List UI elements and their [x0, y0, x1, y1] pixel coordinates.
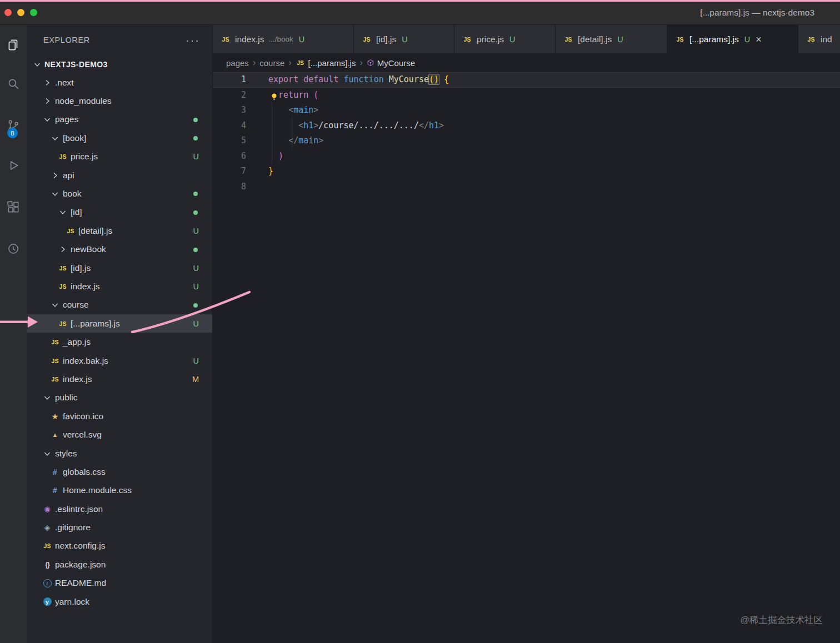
tree-item-label: course [63, 300, 89, 310]
chevron-down-icon [50, 300, 60, 310]
tree-file-[detail].js[interactable]: JS[detail].jsU [27, 222, 212, 240]
breadcrumb-item-pages[interactable]: pages [226, 58, 249, 68]
tree-file-index.bak.js[interactable]: JSindex.bak.jsU [27, 351, 212, 370]
tree-file-.eslintrc.json[interactable]: ◉.eslintrc.json [27, 500, 212, 518]
run-debug-icon[interactable] [1, 158, 26, 173]
code-line-1[interactable]: 1export default function MyCourse() { [213, 72, 840, 88]
minimize-window-button[interactable] [17, 9, 24, 16]
explorer-icon[interactable] [1, 37, 26, 53]
tree-file-.gitignore[interactable]: ◈.gitignore [27, 518, 212, 536]
symbol-cube-icon [367, 59, 374, 67]
tree-item-label: Home.module.css [63, 485, 132, 495]
tree-folder-book[interactable]: book [27, 184, 212, 203]
tree-file-price.js[interactable]: JSprice.jsU [27, 148, 212, 166]
tree-item-label: favicon.ico [63, 411, 103, 421]
tree-file-_app.js[interactable]: JS_app.js [27, 333, 212, 351]
tree-folder-public[interactable]: public [27, 389, 212, 407]
code-line-7[interactable]: 7} [213, 164, 840, 179]
tree-item-label: [detail].js [78, 226, 112, 236]
line-number: 8 [213, 179, 246, 195]
breadcrumb-item-[...params].js[interactable]: JS[...params].js [296, 58, 356, 68]
tree-folder-pages[interactable]: pages [27, 110, 212, 129]
tree-file-[id].js[interactable]: JS[id].jsU [27, 259, 212, 277]
git-status-badge: U [509, 35, 515, 44]
tab-label: [id].js [376, 34, 396, 44]
js-file-icon: JS [50, 337, 60, 347]
zoom-window-button[interactable] [30, 9, 37, 16]
tree-file-vercel.svg[interactable]: ▲vercel.svg [27, 425, 212, 444]
tab-index.js[interactable]: JSindex.js.../bookU [213, 25, 354, 53]
breadcrumb-item-course[interactable]: course [259, 58, 284, 68]
chevron-right-icon [42, 96, 52, 106]
js-file-icon: JS [66, 226, 76, 236]
tree-file-package.json[interactable]: {}package.json [27, 555, 212, 574]
tree-folder-styles[interactable]: styles [27, 444, 212, 463]
code-line-2[interactable]: 2 return ( [213, 88, 840, 103]
code-line-6[interactable]: 6 ) [213, 149, 840, 164]
code-line-3[interactable]: 3 <main> [213, 103, 840, 118]
git-status-badge: U [299, 35, 304, 44]
explorer-header: EXPLORER [27, 25, 212, 55]
git-status-badge: U [193, 282, 199, 291]
tree-file-index.js[interactable]: JSindex.jsM [27, 370, 212, 388]
tree-folder-newBook[interactable]: newBook [27, 240, 212, 259]
line-number: 5 [213, 133, 246, 149]
tree-item-label: index.bak.js [63, 356, 108, 366]
js-file-icon: JS [58, 263, 68, 273]
chevron-down-icon [58, 207, 68, 217]
chevron-down-icon [50, 133, 60, 143]
tree-item-label: pages [55, 114, 78, 124]
tree-file-next.config.js[interactable]: JSnext.config.js [27, 537, 212, 555]
js-file-icon: JS [806, 34, 816, 44]
editor-group: JSindex.js.../bookUJS[id].jsUJSprice.jsU… [213, 25, 840, 643]
code-line-5[interactable]: 5 </main> [213, 133, 840, 149]
code-line-text: ) [246, 149, 283, 164]
activity-bar: 8 [0, 25, 27, 643]
search-icon[interactable] [1, 76, 26, 92]
tree-file-index.js[interactable]: JSindex.jsU [27, 277, 212, 295]
tab-[detail].js[interactable]: JS[detail].jsU [556, 25, 667, 53]
tree-folder-api[interactable]: api [27, 166, 212, 184]
tree-file-favicon.ico[interactable]: ★favicon.ico [27, 407, 212, 425]
chevron-down-icon [32, 59, 42, 69]
yarn-icon: y [42, 597, 52, 607]
git-modified-dot [193, 303, 198, 308]
breadcrumb-item-MyCourse[interactable]: MyCourse [367, 58, 415, 68]
tree-root-nextjs-demo3[interactable]: NEXTJS-DEMO3 [27, 55, 212, 73]
tree-item-label: next.config.js [55, 541, 105, 551]
tree-item-label: api [63, 170, 74, 180]
git-modified-dot [193, 248, 198, 252]
tab-ind[interactable]: JSind [798, 25, 840, 53]
tree-file-globals.css[interactable]: #globals.css [27, 463, 212, 481]
extensions-icon[interactable] [1, 199, 26, 215]
tree-file-yarn.lock[interactable]: yyarn.lock [27, 592, 212, 611]
history-icon[interactable] [1, 241, 26, 257]
tab-price.js[interactable]: JSprice.jsU [454, 25, 556, 53]
chevron-right-icon: › [253, 58, 256, 68]
tree-folder-.next[interactable]: .next [27, 73, 212, 92]
code-editor[interactable]: 1export default function MyCourse() {2 r… [213, 72, 840, 643]
chevron-down-icon [42, 449, 52, 459]
tree-folder-[id][interactable]: [id] [27, 203, 212, 222]
tree-folder-[book][interactable]: [book] [27, 129, 212, 147]
tree-item-label: globals.css [63, 467, 106, 477]
git-status-badge: U [193, 152, 199, 161]
tree-file-Home.module.css[interactable]: #Home.module.css [27, 481, 212, 500]
tree-file-[...params].js[interactable]: JS[...params].jsU [27, 314, 212, 333]
more-actions-icon[interactable]: ··· [186, 34, 200, 47]
tree-folder-node_modules[interactable]: node_modules [27, 92, 212, 110]
code-line-8[interactable]: 8 [213, 179, 840, 195]
tree-item-label: [id] [71, 207, 82, 217]
tab-[...params].js[interactable]: JS[...params].jsU× [667, 25, 798, 53]
tab-[id].js[interactable]: JS[id].jsU [354, 25, 454, 53]
line-number: 4 [213, 118, 246, 134]
tab-label: index.js [235, 34, 264, 44]
tree-file-README.md[interactable]: iREADME.md [27, 574, 212, 592]
tree-item-label: vercel.svg [63, 430, 102, 440]
close-icon[interactable]: × [756, 34, 762, 44]
tree-folder-course[interactable]: course [27, 296, 212, 314]
close-window-button[interactable] [4, 9, 12, 16]
chevron-right-icon: › [288, 58, 291, 68]
code-line-4[interactable]: 4 <h1>/course/.../.../.../</h1> [213, 118, 840, 134]
tree-item-label: [id].js [71, 263, 91, 273]
